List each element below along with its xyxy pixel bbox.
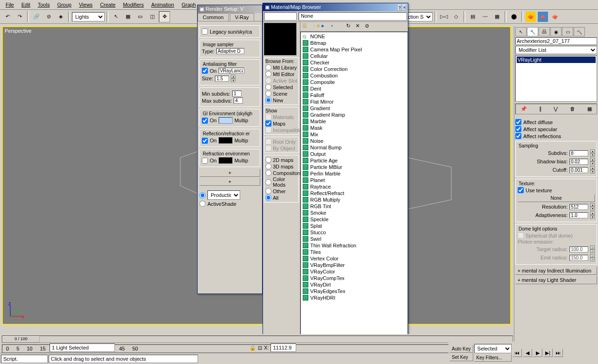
render-frame-button[interactable]: 🫖: [537, 11, 548, 22]
view-sphere-icon[interactable]: ●: [321, 23, 328, 30]
map-item[interactable]: Output: [302, 151, 406, 157]
help-button[interactable]: ?: [398, 5, 401, 10]
texture-map-button[interactable]: None: [518, 194, 595, 202]
map-item[interactable]: Checker: [302, 59, 406, 66]
map-item[interactable]: Raytrace: [302, 183, 406, 190]
map-item[interactable]: Composite: [302, 79, 406, 85]
view-small-sphere-icon[interactable]: ∘: [330, 23, 338, 30]
map-item[interactable]: Thin Wall Refraction: [302, 242, 406, 249]
map-item[interactable]: Mask: [302, 125, 406, 131]
map-item[interactable]: Bitmap: [302, 40, 406, 46]
x-coord-input[interactable]: [271, 343, 296, 352]
remove-modifier-icon[interactable]: 🗑: [570, 106, 575, 112]
show-result-icon[interactable]: ∥: [539, 106, 542, 112]
map-item[interactable]: Swirl: [302, 236, 406, 242]
map-item[interactable]: Vertex Color: [302, 255, 406, 262]
clear-icon[interactable]: ⊘: [365, 23, 372, 30]
curve-editor-button[interactable]: 〰: [479, 11, 491, 22]
gi-color-swatch[interactable]: [219, 117, 233, 124]
script-listener[interactable]: Script.: [1, 355, 48, 363]
view-list-small-icon[interactable]: ⋮≡: [312, 23, 319, 30]
map-item[interactable]: VRayHDRI: [302, 294, 406, 301]
map-item[interactable]: Flat Mirror: [302, 98, 406, 105]
play-button[interactable]: ▶: [533, 349, 542, 357]
map-item[interactable]: Particle Age: [302, 157, 406, 164]
material-browser-titlebar[interactable]: ▣ Material/Map Browser ? ×: [263, 3, 408, 11]
adaptiveness-spinner[interactable]: ▴▾: [590, 211, 595, 219]
pin-stack-icon[interactable]: 📌: [520, 106, 527, 112]
map-item[interactable]: Splat: [302, 223, 406, 229]
shadow-bias-input[interactable]: [570, 159, 588, 165]
mirror-button[interactable]: ▷◁: [438, 11, 449, 22]
min-subdivs-input[interactable]: [232, 91, 242, 97]
browse-from-new-radio[interactable]: [265, 97, 271, 103]
menu-group[interactable]: Group: [53, 1, 75, 8]
named-selection-dropdown[interactable]: ction Set: [405, 12, 433, 21]
map-item[interactable]: ⦸ NONE: [302, 33, 406, 40]
select-region-button[interactable]: ▭: [135, 11, 146, 22]
map-item[interactable]: Color Correction: [302, 66, 406, 72]
align-button[interactable]: ◇: [450, 11, 462, 22]
menu-views[interactable]: Views: [75, 1, 96, 8]
map-item[interactable]: RGB Tint: [302, 203, 406, 210]
make-unique-icon[interactable]: ⋁: [554, 106, 558, 112]
update-icon[interactable]: ↻: [346, 23, 354, 30]
utilities-tab[interactable]: 🔨: [574, 27, 585, 36]
affect-diffuse-checkbox[interactable]: [515, 119, 521, 125]
map-item[interactable]: VRayDirt: [302, 281, 406, 288]
sampler-type-dropdown[interactable]: [216, 48, 244, 54]
cutoff-input[interactable]: [570, 167, 588, 173]
selection-filter-dropdown[interactable]: Lights: [72, 12, 105, 21]
gi-on-checkbox[interactable]: [202, 118, 208, 124]
menu-file[interactable]: File: [2, 1, 18, 8]
max-subdivs-input[interactable]: [234, 98, 243, 104]
configure-icon[interactable]: ▦: [587, 106, 592, 112]
map-item[interactable]: VRayBmpFilter: [302, 262, 406, 268]
quick-render-button[interactable]: 🫖: [549, 11, 561, 22]
link-button[interactable]: 🔗: [31, 11, 42, 22]
map-item[interactable]: VRayEdgesTex: [302, 288, 406, 294]
prev-frame-button[interactable]: ◀: [523, 349, 532, 357]
close-button[interactable]: ×: [403, 5, 406, 10]
map-item[interactable]: VRayColor: [302, 268, 406, 275]
schematic-button[interactable]: ▦: [491, 11, 503, 22]
map-item[interactable]: Normal Bump: [302, 144, 406, 151]
tab-common[interactable]: Common: [198, 13, 229, 21]
refl-color-swatch[interactable]: [219, 137, 233, 144]
hierarchy-tab[interactable]: 品: [539, 27, 550, 36]
adaptiveness-input[interactable]: [570, 212, 588, 218]
select-button[interactable]: ↖: [110, 11, 121, 22]
mr-shader-rollout[interactable]: + mental ray Light Shader: [515, 276, 597, 284]
cutoff-spinner[interactable]: ▴▾: [590, 166, 595, 174]
map-item[interactable]: Dent: [302, 85, 406, 92]
search-input[interactable]: [264, 12, 297, 21]
menu-graph[interactable]: Graph: [178, 1, 200, 8]
browse-from-selected-radio[interactable]: [265, 84, 271, 90]
browse-from-scene-radio[interactable]: [265, 91, 271, 97]
size-spinner[interactable]: ▴▾: [231, 75, 235, 82]
map-item[interactable]: Gradient Ramp: [302, 112, 406, 118]
refr-color-swatch[interactable]: [219, 157, 233, 164]
menu-animation[interactable]: Animation: [148, 1, 178, 8]
menu-modifiers[interactable]: Modifiers: [119, 1, 148, 8]
filter-compositors-radio[interactable]: [265, 170, 271, 176]
filter-color-mods-radio[interactable]: [265, 179, 271, 185]
menu-create[interactable]: Create: [96, 1, 119, 8]
filter-2d-maps-radio[interactable]: [265, 157, 271, 163]
legacy-checkbox[interactable]: [202, 28, 208, 35]
aa-filter-dropdown[interactable]: [219, 68, 244, 74]
key-mode-dropdown[interactable]: Selected: [474, 344, 512, 353]
object-name-input[interactable]: [515, 37, 597, 45]
map-item[interactable]: Planet: [302, 177, 406, 183]
map-item[interactable]: Marble: [302, 118, 406, 125]
map-item[interactable]: Reflect/Refract: [302, 190, 406, 196]
aa-size-input[interactable]: [215, 76, 229, 82]
browse-from-mtl-editor-radio[interactable]: [265, 71, 271, 77]
subdivs-spinner[interactable]: ▴▾: [590, 149, 595, 157]
map-item[interactable]: Speckle: [302, 216, 406, 223]
affect-reflections-checkbox[interactable]: [515, 133, 521, 139]
resolution-spinner[interactable]: ▴▾: [590, 203, 595, 210]
menu-tools[interactable]: Tools: [34, 1, 54, 8]
redo-button[interactable]: ↷: [14, 11, 25, 22]
layers-button[interactable]: ▤: [467, 11, 478, 22]
